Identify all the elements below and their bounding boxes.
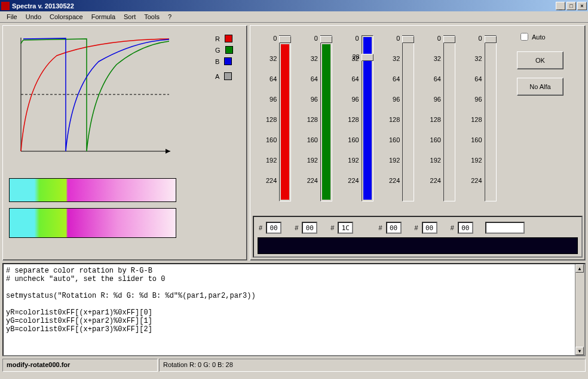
legend-r-swatch — [225, 35, 232, 42]
slider-thumb[interactable] — [402, 36, 414, 43]
hex-5-input[interactable] — [422, 222, 437, 234]
slider-value-label: 28 — [348, 53, 360, 60]
menu-sort[interactable]: Sort — [120, 12, 140, 22]
slider-1[interactable]: 0326496128160192224 — [253, 30, 293, 207]
hash-label: # — [259, 224, 262, 231]
slider-thumb[interactable] — [443, 36, 455, 43]
slider-4[interactable]: 0326496128160192224 — [376, 30, 416, 207]
hash-label: # — [295, 224, 298, 231]
slider-track[interactable] — [279, 35, 291, 201]
sliders-panel: 0326496128160192224032649612816019222403… — [250, 25, 586, 261]
slider-6[interactable]: 0326496128160192224 — [458, 30, 499, 207]
legend-r: R — [215, 35, 233, 42]
hash-label: # — [330, 224, 334, 231]
gradient-preview-2 — [9, 208, 176, 238]
slider-5[interactable]: 0326496128160192224 — [417, 30, 458, 207]
hex-4-input[interactable] — [386, 222, 402, 234]
menu-formula[interactable]: Formula — [87, 12, 120, 22]
graph-legend: R G B A — [215, 35, 233, 84]
code-text[interactable]: # separate color rotation by R-G-B # unc… — [4, 264, 575, 355]
title-bar: Spectra v. 20130522 _ □ × — [0, 0, 588, 11]
legend-g-swatch — [225, 46, 233, 54]
slider-ticks: 0326496128160192224 — [376, 35, 400, 198]
auto-checkbox-input[interactable] — [520, 33, 528, 41]
slider-thumb[interactable] — [279, 36, 291, 43]
slider-fill — [322, 44, 330, 200]
slider-ticks: 0326496128160192224 — [417, 35, 441, 198]
menu-bar: File Undo Colorspace Formula Sort Tools … — [0, 11, 588, 23]
slider-ticks: 0326496128160192224 — [294, 35, 318, 198]
close-button[interactable]: × — [577, 2, 587, 10]
slider-fill — [281, 44, 289, 200]
curve-graph — [9, 32, 176, 160]
auto-checkbox[interactable]: Auto — [507, 33, 579, 41]
no-alfa-button[interactable]: No Alfa — [517, 78, 564, 96]
hex-b-input[interactable] — [338, 222, 353, 234]
window-title: Spectra v. 20130522 — [12, 2, 555, 10]
hash-label: # — [451, 224, 454, 231]
minimize-button[interactable]: _ — [556, 2, 565, 10]
legend-a-label: A — [215, 73, 219, 80]
legend-g-label: G — [215, 47, 220, 54]
scrollbar[interactable]: ▲ ▼ — [575, 264, 584, 355]
status-file: modify-rotate000.for — [2, 359, 158, 372]
menu-tools[interactable]: Tools — [140, 12, 164, 22]
status-bar: modify-rotate000.for Rotation R: 0 G: 0 … — [2, 359, 586, 372]
scroll-down-button[interactable]: ▼ — [575, 347, 584, 355]
legend-g: G — [215, 46, 233, 54]
slider-3[interactable]: 032649612816019222428 — [335, 30, 376, 207]
slider-track[interactable] — [485, 35, 497, 201]
slider-track[interactable] — [402, 35, 414, 201]
hash-label: # — [378, 224, 382, 231]
menu-file[interactable]: File — [2, 12, 22, 22]
svg-marker-2 — [166, 149, 170, 154]
slider-fill — [363, 37, 372, 200]
graph-panel: R G B A — [2, 25, 247, 261]
legend-b-label: B — [215, 58, 219, 65]
legend-a-swatch — [224, 72, 232, 80]
legend-a: A — [215, 72, 233, 80]
slider-track[interactable] — [320, 35, 332, 201]
auto-label: Auto — [532, 33, 546, 41]
slider-thumb[interactable] — [485, 36, 497, 43]
ok-button[interactable]: OK — [517, 51, 564, 69]
status-message: Rotation R: 0 G: 0 B: 28 — [159, 359, 586, 372]
maximize-button[interactable]: □ — [566, 2, 576, 10]
legend-b: B — [215, 57, 233, 65]
slider-2[interactable]: 0326496128160192224 — [294, 30, 335, 207]
hex-r-input[interactable] — [266, 222, 281, 234]
app-icon — [1, 2, 10, 10]
slider-track[interactable]: 28 — [362, 35, 373, 201]
legend-b-swatch — [224, 57, 232, 65]
hex-6-input[interactable] — [458, 222, 473, 234]
hex-g-input[interactable] — [302, 222, 317, 234]
color-preview-bar — [258, 237, 578, 254]
hash-label: # — [415, 224, 418, 231]
hex-combined-input[interactable] — [485, 222, 525, 234]
code-editor[interactable]: # separate color rotation by R-G-B # unc… — [2, 263, 586, 356]
legend-r-label: R — [215, 35, 220, 42]
scroll-up-button[interactable]: ▲ — [575, 264, 584, 273]
menu-undo[interactable]: Undo — [22, 12, 45, 22]
menu-colorspace[interactable]: Colorspace — [45, 12, 87, 22]
slider-ticks: 0326496128160192224 — [458, 35, 482, 198]
slider-track[interactable] — [443, 35, 455, 201]
slider-thumb[interactable] — [362, 54, 373, 61]
hex-input-panel: # # # # # # — [253, 216, 583, 258]
slider-thumb[interactable] — [320, 36, 332, 43]
gradient-preview-1 — [9, 178, 176, 202]
slider-ticks: 0326496128160192224 — [253, 35, 277, 198]
menu-help[interactable]: ? — [164, 12, 176, 22]
